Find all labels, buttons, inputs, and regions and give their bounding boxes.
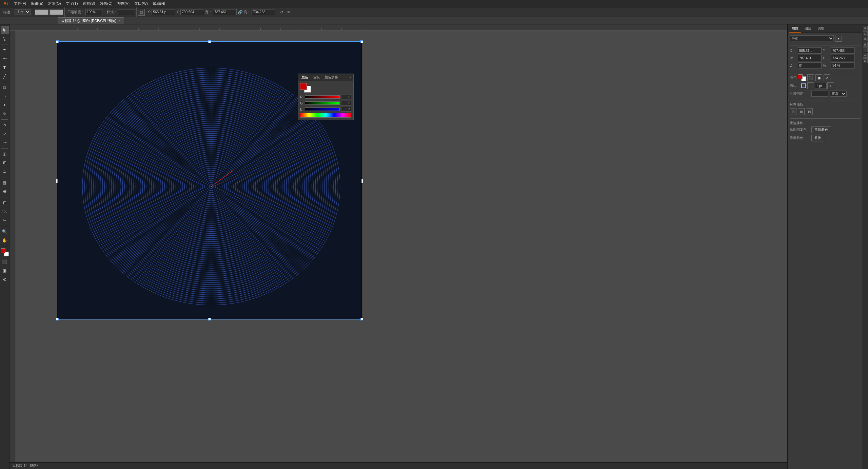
canvas-toggle[interactable]: □	[138, 9, 145, 16]
y-field[interactable]	[831, 47, 855, 54]
fill-type-btn[interactable]: ⬛	[807, 74, 814, 81]
color-panel-header: 颜色 色板 颜色多步 ×	[298, 74, 353, 81]
g-value[interactable]	[341, 101, 351, 105]
rectangle-tool[interactable]: □	[1, 83, 9, 92]
color-tab[interactable]: 颜色	[300, 75, 310, 80]
menu-type[interactable]: 文字(T)	[64, 0, 80, 7]
b-value[interactable]	[341, 107, 351, 112]
far-right-btn-7[interactable]: ⊡	[863, 58, 868, 63]
menu-view[interactable]: 视图(V)	[115, 0, 132, 7]
opacity-field[interactable]	[811, 91, 828, 97]
align-icon[interactable]: ≡	[286, 10, 291, 15]
slice-tool[interactable]: ⊡	[1, 199, 9, 207]
menu-edit[interactable]: 编辑(E)	[29, 0, 45, 7]
x-coord-input[interactable]	[152, 9, 175, 15]
document-tab[interactable]: 未标题-1* @ 150% (RGB/GPU 预览) ×	[58, 17, 124, 24]
scale-tool[interactable]: ⤢	[1, 130, 9, 138]
x-field[interactable]	[798, 47, 822, 54]
eraser-tool[interactable]: ⌫	[1, 208, 9, 216]
paintbrush-tool[interactable]: ✦	[1, 101, 9, 109]
h-input[interactable]	[252, 9, 275, 15]
r-value[interactable]	[341, 95, 351, 99]
g-slider[interactable]	[305, 101, 340, 105]
h-field[interactable]	[831, 55, 855, 61]
fill-none-btn[interactable]: ⊘	[824, 74, 830, 81]
none-mode[interactable]: ⊘	[1, 275, 9, 284]
quick-actions-label: 快速操作	[790, 121, 860, 125]
hand-tool[interactable]: ✋	[1, 236, 9, 245]
align-right-btn[interactable]: ⊠	[806, 108, 813, 115]
stroke-width-select[interactable]: 1 pt	[15, 9, 31, 15]
x-coord-label: X:	[147, 10, 151, 14]
text-tool[interactable]: T	[1, 63, 9, 72]
curvature-tool[interactable]: 〜	[1, 55, 9, 63]
far-right-btn-4[interactable]: ⊞	[863, 42, 868, 47]
w-field[interactable]	[798, 55, 822, 61]
rotate-tool[interactable]: ↻	[1, 121, 9, 129]
menu-object[interactable]: 对象(O)	[46, 0, 63, 7]
menu-help[interactable]: 帮助(H)	[151, 0, 167, 7]
right-panel-tabs: 属性 图层 调整	[788, 24, 862, 33]
warp-tool[interactable]: 〰	[1, 139, 9, 147]
direct-selection-tool[interactable]	[1, 35, 9, 43]
blend-tool[interactable]: ⊃	[1, 168, 9, 176]
opacity-input[interactable]	[85, 9, 102, 15]
blend-mode-select[interactable]: 正常	[830, 91, 847, 97]
scissors-tool[interactable]: ✂	[1, 216, 9, 224]
y-coord-input[interactable]	[180, 9, 204, 15]
align-left-btn[interactable]: ⊟	[790, 108, 796, 115]
b-slider[interactable]	[305, 108, 340, 111]
stroke-swatch[interactable]	[801, 83, 806, 88]
align-center-btn[interactable]: ⊞	[798, 108, 805, 115]
swatches-tab[interactable]: 色板	[312, 75, 321, 80]
r-row: R	[300, 95, 351, 99]
object-type-select[interactable]: 类型	[790, 35, 834, 41]
stroke-width-up[interactable]: +	[827, 82, 834, 89]
far-right-btn-2[interactable]: □	[863, 31, 868, 36]
angle-field[interactable]	[798, 62, 822, 69]
menu-select[interactable]: 选择(S)	[81, 0, 97, 7]
color-panel-close[interactable]: ×	[349, 75, 351, 79]
menu-window[interactable]: 窗口(W)	[132, 0, 150, 7]
zoom-tool[interactable]: 🔍	[1, 228, 9, 236]
type-menu-btn[interactable]: ▾	[835, 35, 842, 42]
gradient-mode[interactable]: ▣	[1, 267, 9, 275]
pen-tool[interactable]: ✒	[1, 46, 9, 54]
far-right-btn-6[interactable]: ✦	[863, 53, 868, 58]
style-input[interactable]	[118, 9, 135, 15]
symbol-tool[interactable]: ❋	[1, 188, 9, 196]
tab-close-button[interactable]: ×	[118, 19, 120, 23]
fg-swatch[interactable]	[300, 83, 307, 90]
far-right-btn-1[interactable]: ≡	[863, 26, 868, 31]
stroke-width-down[interactable]: −	[807, 82, 814, 89]
recolor-button[interactable]: 重新着色	[811, 126, 831, 133]
rainbow-bar[interactable]	[300, 113, 351, 118]
w-input[interactable]	[213, 9, 237, 15]
r-slider[interactable]	[305, 95, 340, 99]
properties-tab[interactable]: 属性	[789, 25, 801, 33]
selection-tool[interactable]	[1, 26, 9, 34]
adjustments-tab[interactable]: 调整	[815, 25, 827, 33]
fill-fg-swatch[interactable]	[798, 74, 803, 79]
line-tool[interactable]: ╱	[1, 72, 9, 80]
color-guide-tab[interactable]: 颜色多步	[323, 75, 339, 80]
fill-gradient-btn[interactable]: ▣	[815, 74, 822, 81]
menu-effect[interactable]: 效果(C)	[98, 0, 114, 7]
ellipse-tool[interactable]: ○	[1, 92, 9, 100]
g-row: G	[300, 101, 351, 105]
gradient-tool[interactable]: ◫	[1, 150, 9, 158]
far-right-btn-5[interactable]: ▪	[863, 47, 868, 52]
far-right-btn-3[interactable]: ≡	[863, 37, 868, 41]
mesh-tool[interactable]: ⊞	[1, 159, 9, 167]
fill-color-box[interactable]	[1, 248, 5, 253]
chart-tool[interactable]: ▦	[1, 179, 9, 187]
color-mode-toggle[interactable]: ⬛	[1, 258, 9, 266]
pencil-tool[interactable]: ✎	[1, 110, 9, 118]
scale-field[interactable]	[831, 62, 855, 69]
replace-button[interactable]: 替换	[811, 135, 824, 141]
transform-icon[interactable]: ⟲	[278, 10, 284, 15]
lock-aspect-icon[interactable]: 🔗	[238, 10, 243, 15]
layers-tab[interactable]: 图层	[802, 25, 814, 33]
stroke-width-input[interactable]	[815, 83, 827, 89]
menu-file[interactable]: 文件(F)	[12, 0, 28, 7]
